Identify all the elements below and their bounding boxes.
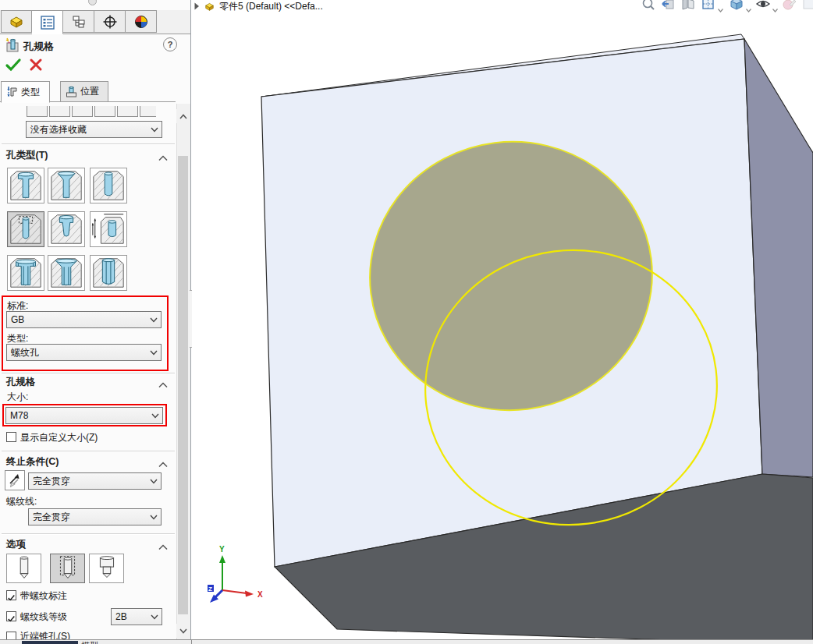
collapse-hole-spec-icon[interactable] xyxy=(158,377,168,391)
3d-scene[interactable] xyxy=(192,0,813,644)
end-condition-header: 终止条件(C) xyxy=(6,455,170,468)
divider xyxy=(2,143,175,145)
dropdown-caret-icon[interactable] xyxy=(772,2,778,16)
reference-triad: Y X Z xyxy=(198,544,270,608)
hole-type-tapered-tap[interactable] xyxy=(48,211,85,247)
part-icon xyxy=(204,2,215,12)
divider xyxy=(2,533,175,535)
triad-x-label: X xyxy=(257,590,263,599)
collapse-end-condition-icon[interactable] xyxy=(158,457,168,471)
display-manager-icon xyxy=(133,15,149,29)
option-style-blind[interactable] xyxy=(6,554,41,583)
tab-position[interactable]: 位置 xyxy=(60,81,108,102)
divider xyxy=(191,640,192,644)
tab-featuremanager[interactable] xyxy=(1,10,32,33)
chevron-down-icon xyxy=(151,614,158,620)
scrollbar-thumb[interactable] xyxy=(178,156,188,614)
bottom-tab-bar: 模型 xyxy=(0,639,813,644)
part-icon xyxy=(8,15,25,29)
hole-type-legacy-hole[interactable] xyxy=(90,211,127,247)
size-label: 大小: xyxy=(7,391,28,404)
property-manager-panel: 孔规格 ? 类型 xyxy=(0,0,191,644)
tab-dimxpertmanager[interactable] xyxy=(94,10,126,33)
check-icon xyxy=(7,593,16,602)
dropdown-caret-icon[interactable] xyxy=(718,2,723,16)
end-condition-select[interactable]: 完全贯穿 xyxy=(28,472,162,490)
thread-condition-select[interactable]: 完全贯穿 xyxy=(28,508,162,525)
option-style-blind-dashed[interactable] xyxy=(50,554,85,583)
hole-type-counterbore-slot[interactable] xyxy=(7,255,44,291)
favorites-toolbar-partial[interactable] xyxy=(27,106,156,117)
hole-type-hole[interactable] xyxy=(90,168,127,203)
collapse-options-icon[interactable] xyxy=(158,540,168,554)
scroll-down-icon xyxy=(179,628,187,634)
section-view-icon[interactable] xyxy=(680,0,696,14)
reverse-direction-button[interactable] xyxy=(5,470,25,490)
flyout-tree: 零件5 (Default) <<Defa... xyxy=(193,0,323,12)
chevron-down-icon xyxy=(150,479,158,484)
configuration-manager-icon xyxy=(71,15,87,29)
type-select[interactable]: 螺纹孔 xyxy=(6,344,162,361)
checkbox-box xyxy=(6,590,16,600)
edit-appearance-icon[interactable] xyxy=(782,0,797,14)
view-orientation-icon[interactable] xyxy=(701,0,716,14)
size-select[interactable]: M78 xyxy=(5,407,163,424)
check-icon xyxy=(7,614,16,623)
cancel-x-icon xyxy=(29,58,43,72)
expand-arrow-icon[interactable] xyxy=(193,2,200,10)
scroll-up-button[interactable] xyxy=(176,109,190,123)
thread-class-select[interactable]: 2B xyxy=(111,608,162,625)
cancel-button[interactable] xyxy=(29,58,43,75)
scroll-down-button[interactable] xyxy=(176,624,190,638)
property-manager-icon xyxy=(40,16,55,30)
ok-button[interactable] xyxy=(5,57,22,76)
bottom-active-tab[interactable] xyxy=(22,641,78,644)
manager-tab-strip xyxy=(0,10,190,34)
tab-model[interactable]: 模型 xyxy=(81,640,98,644)
chevron-down-icon xyxy=(151,127,158,133)
dropdown-caret-icon[interactable] xyxy=(746,2,751,16)
collapse-hole-type-icon[interactable] xyxy=(158,150,168,165)
reverse-direction-icon xyxy=(5,471,24,490)
hole-wizard-icon xyxy=(5,37,20,56)
part-name-label[interactable]: 零件5 (Default) <<Defa... xyxy=(219,0,323,13)
triad-z-label: Z xyxy=(208,586,212,593)
graphics-viewport[interactable]: 零件5 (Default) <<Defa... xyxy=(192,0,813,644)
position-tab-icon xyxy=(66,86,77,98)
solidworks-window: 孔规格 ? 类型 xyxy=(0,0,813,644)
type-tab-icon xyxy=(6,86,18,98)
favorites-select[interactable]: 没有选择收藏 xyxy=(26,121,162,138)
thread-label: 螺纹线: xyxy=(6,495,37,508)
hole-type-countersink[interactable] xyxy=(48,168,85,203)
chevron-down-icon xyxy=(150,515,158,520)
previous-view-icon[interactable] xyxy=(660,0,676,14)
hole-spec-header: 孔规格 xyxy=(6,376,170,388)
apply-scene-icon[interactable] xyxy=(802,0,813,14)
tab-type[interactable]: 类型 xyxy=(1,81,50,103)
hole-type-straight-tap[interactable] xyxy=(7,211,44,247)
checkbox-box xyxy=(6,611,16,621)
options-header: 选项 xyxy=(6,538,170,550)
chevron-down-icon xyxy=(151,413,159,419)
hole-type-header: 孔类型(T) xyxy=(6,149,170,161)
dimxpert-icon xyxy=(102,15,118,29)
checkbox-box xyxy=(6,432,16,442)
hole-type-slot[interactable] xyxy=(90,255,127,291)
tab-configurationmanager[interactable] xyxy=(63,10,94,33)
page-title: 孔规格 xyxy=(23,40,54,54)
display-style-icon[interactable] xyxy=(729,0,744,14)
tab-propertymanager[interactable] xyxy=(32,10,63,34)
help-button[interactable]: ? xyxy=(163,37,177,51)
chevron-down-icon xyxy=(150,317,158,323)
option-style-stepped[interactable] xyxy=(89,554,124,583)
hole-type-countersink-slot[interactable] xyxy=(48,255,85,291)
standard-select[interactable]: GB xyxy=(6,311,162,328)
chevron-down-icon xyxy=(150,350,158,356)
zoom-fit-icon[interactable] xyxy=(641,0,655,14)
tab-displaymanager[interactable] xyxy=(126,10,157,33)
hole-type-counterbore[interactable] xyxy=(7,168,44,203)
panel-handle-dot xyxy=(88,0,97,5)
hide-show-items-icon[interactable] xyxy=(755,0,771,14)
divider xyxy=(2,451,175,452)
triad-y-label: Y xyxy=(219,545,225,554)
